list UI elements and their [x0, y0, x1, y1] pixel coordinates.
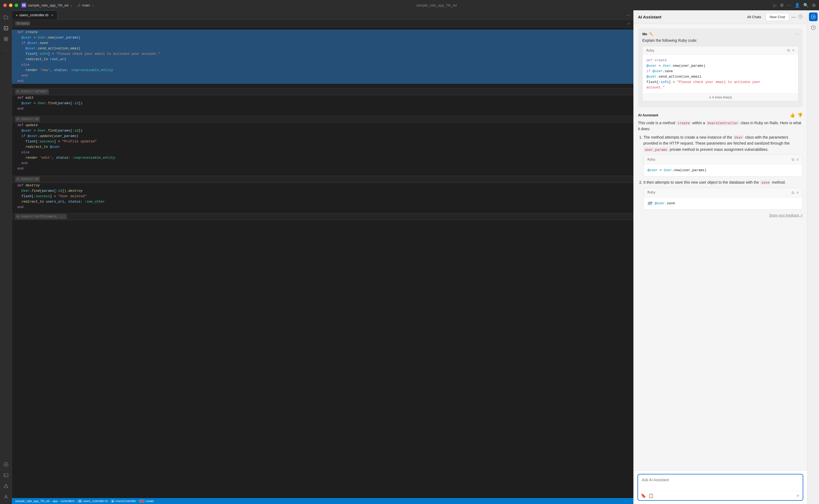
feedback-button[interactable]: Share your feedback ↗ [638, 212, 803, 219]
msg-more-button[interactable]: ⋯ [795, 31, 799, 37]
code-lang-label: Ruby [646, 49, 654, 52]
search-icon[interactable]: 🔍 [803, 3, 809, 8]
code-editor[interactable]: def create @user = User.new(user_params)… [12, 27, 633, 498]
inline-code-user: User [733, 135, 744, 140]
message-me: Me ✏️ Explain the following Ruby code: ⋯… [638, 28, 803, 107]
status-controllers: controllers [61, 499, 75, 503]
code-line: end [12, 106, 633, 111]
sidebar-item-warn[interactable] [1, 481, 11, 491]
copy-icon[interactable]: ⧉ [787, 48, 790, 53]
status-file: ⚙users_controller.rb [78, 499, 108, 503]
code-line: end [12, 161, 633, 166]
settings-icon[interactable]: ⚙ [812, 3, 816, 8]
edit-icon[interactable]: ✏️ [649, 32, 654, 36]
route-badge: ⚙ /users/:id [15, 117, 40, 122]
ai-input-box: 🔖 📋 ➤ [638, 474, 803, 501]
account-icon[interactable]: 👤 [795, 3, 800, 8]
tab-more-icon: ⋯ [626, 12, 631, 18]
code-line: else [12, 150, 633, 155]
new-chat-button[interactable]: New Chat [766, 13, 789, 21]
code-line: @user = User.find(params[:id]) [12, 101, 633, 106]
maximize-button[interactable] [15, 4, 18, 7]
tab-more-button[interactable]: ⋯ [624, 10, 633, 20]
inline-code-create: create [676, 121, 691, 125]
route-badge: ⚙ /users/:id [15, 177, 40, 182]
run-icon[interactable]: ▷ [773, 3, 777, 8]
project-avatar: SE [21, 3, 26, 8]
thumbs-up-icon[interactable]: 👍 [790, 113, 795, 118]
collapse-label: ∨ 4 more line(s) [709, 95, 732, 99]
tab-file-icon: ● [16, 13, 18, 17]
more-icon[interactable]: ≡ [796, 190, 799, 196]
more-icon[interactable]: ⋯ [787, 3, 791, 8]
tab-close-icon[interactable]: × [51, 13, 53, 17]
bookmark-icon[interactable]: 🔖 [641, 493, 646, 498]
svg-rect-7 [4, 474, 8, 477]
msg-ai-actions: 👍 👎 [790, 113, 803, 118]
status-method: 🔴create [139, 499, 154, 503]
right-panel-ai-icon[interactable] [809, 12, 818, 21]
svg-rect-1 [4, 37, 6, 39]
inline-code-save: save [760, 180, 771, 185]
more-icon[interactable]: ≡ [796, 157, 799, 162]
project-title[interactable]: SE sample_rails_app_7th_ed ⌄ ⎇ main ⌄ [21, 3, 94, 8]
thumbs-down-icon[interactable]: 👎 [797, 113, 803, 118]
code-line: redirect_to @user [12, 144, 633, 150]
code-line: else [12, 62, 633, 68]
tab-users-controller[interactable]: ● users_controller.rb × [12, 10, 57, 20]
sidebar-item-explorer[interactable] [1, 12, 11, 22]
all-chats-button[interactable]: All Chats [744, 14, 764, 20]
send-button[interactable]: ➤ [796, 493, 800, 499]
msg-me-text: Explain the following Ruby code: [642, 38, 798, 43]
copy-icon[interactable]: ⧉ [792, 157, 794, 162]
code-line: if @user.save [12, 40, 633, 46]
sidebar-item-code[interactable] [1, 23, 11, 33]
project-dropdown-icon[interactable]: ⌄ [70, 3, 73, 7]
code-line: def destroy [12, 183, 633, 188]
sidebar-item-terminal[interactable] [1, 470, 11, 480]
title-center-project: sample_rails_app_7th_ed [416, 3, 457, 7]
traffic-lights [3, 4, 18, 7]
path-route-badge: ⚙ /users [15, 21, 30, 25]
code-line: end [12, 78, 633, 84]
code-collapse-button[interactable]: ∨ 4 more line(s) [643, 94, 798, 101]
code-line: redirect_to root_url [12, 57, 633, 62]
sidebar-item-grid[interactable] [1, 34, 11, 44]
sidebar-item-more[interactable]: ··· [1, 45, 11, 55]
branch-dropdown-icon[interactable]: ⌄ [91, 3, 94, 7]
clipboard-icon[interactable]: 📋 [648, 493, 654, 498]
svg-rect-4 [6, 39, 8, 41]
main-layout: ··· [0, 10, 819, 504]
editor-area: ● users_controller.rb × ⋯ ⚙ /users ✓ def… [12, 10, 633, 504]
section-header-update: ⚙ /users/:id [12, 116, 633, 123]
path-check-icon: ✓ [627, 22, 630, 25]
minimize-button[interactable] [9, 4, 12, 7]
code-lang: Ruby [648, 190, 655, 195]
project-name: sample_rails_app_7th_ed [28, 3, 68, 7]
msg-ai-text: This code is a method create within a Us… [638, 120, 803, 210]
code-actions: ⧉ ≡ [792, 190, 799, 196]
sidebar-item-person[interactable] [1, 492, 11, 502]
copy-icon[interactable]: ⧉ [792, 190, 794, 196]
ai-chat-content[interactable]: Me ✏️ Explain the following Ruby code: ⋯… [634, 24, 807, 470]
minimize-icon[interactable]: — [791, 15, 796, 20]
ai-point-1: The method attempts to create a new inst… [643, 134, 803, 177]
chat-history-icon[interactable] [798, 14, 803, 20]
code-block-body: if @user.save [644, 197, 802, 209]
more-code-icon[interactable]: ≡ [792, 48, 794, 53]
code-line: render 'edit', status: :unprocessable_en… [12, 155, 633, 161]
right-panel-history-icon[interactable] [809, 23, 818, 32]
code-section-create: def create @user = User.new(user_params)… [12, 30, 633, 84]
code-line: flash[:success] = "User deleted" [12, 194, 633, 199]
code-block-header: Ruby ⧉ ≡ [644, 188, 802, 197]
code-line: User.find(params[:id]).destroy [12, 188, 633, 194]
code-line: flash[:info] = "Please check your email … [12, 51, 633, 57]
status-app: app [53, 499, 58, 503]
ai-input-field[interactable] [638, 474, 803, 490]
status-class: ●UsersController [111, 499, 136, 503]
debug-icon[interactable]: ⚙ [780, 3, 784, 8]
close-button[interactable] [3, 4, 7, 7]
path-bar: ⚙ /users ✓ [12, 20, 633, 27]
sidebar-item-run[interactable] [1, 460, 11, 469]
code-line: @user.send_activation_email [12, 46, 633, 51]
